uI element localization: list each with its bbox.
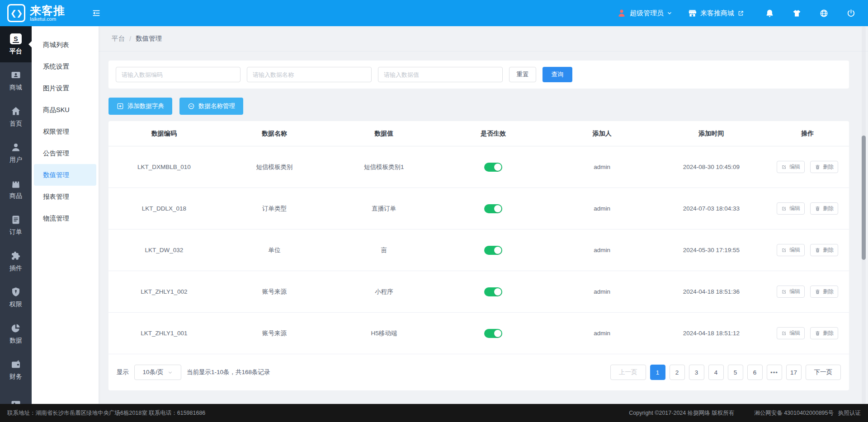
- manage-names-button[interactable]: 数据名称管理: [179, 98, 243, 115]
- page-button-1[interactable]: 1: [650, 365, 665, 380]
- cell-code: LKT_DW_032: [108, 247, 220, 253]
- submenu-item-权限管理[interactable]: 权限管理: [34, 121, 96, 142]
- rail-item-media[interactable]: [0, 388, 32, 404]
- prev-page-button[interactable]: 上一页: [610, 365, 646, 380]
- rail-item-plugins[interactable]: 插件: [0, 243, 32, 279]
- cell-added-at: 2024-08-30 10:45:09: [656, 164, 766, 170]
- breadcrumb-root[interactable]: 平台: [112, 34, 125, 43]
- cell-name: 单位: [220, 246, 329, 254]
- delete-button[interactable]: 删除: [810, 244, 838, 256]
- cell-value: H5移动端: [329, 329, 439, 338]
- media-icon: [10, 399, 21, 404]
- page-size-select[interactable]: 10条/页: [134, 365, 181, 380]
- filter-bar: 重置 查询: [108, 61, 849, 89]
- cell-added-at: 2024-07-03 18:04:33: [656, 205, 766, 212]
- chevron-down-icon: [667, 10, 672, 16]
- rail-item-permissions[interactable]: 权限: [0, 279, 32, 315]
- shirt-icon[interactable]: [787, 9, 807, 18]
- enabled-toggle[interactable]: [484, 204, 502, 213]
- page-button-17[interactable]: 17: [786, 365, 802, 380]
- collapse-menu-icon[interactable]: [91, 8, 101, 18]
- power-icon[interactable]: [841, 9, 861, 18]
- edit-icon: [781, 206, 787, 211]
- rail-item-platform[interactable]: S 平台: [0, 26, 32, 62]
- page-button-4[interactable]: 4: [708, 365, 724, 380]
- cell-name: 账号来源: [220, 288, 329, 296]
- table-row: LKT_ZHLY1_001 账号来源 H5移动端 admin 2024-04-1…: [108, 313, 849, 354]
- plugins-icon: [10, 250, 21, 261]
- enabled-toggle[interactable]: [484, 329, 502, 338]
- notifications-bell-icon[interactable]: [760, 9, 779, 18]
- rail-item-data[interactable]: 数据: [0, 315, 32, 352]
- cell-code: LKT_DXMBLB_010: [108, 164, 220, 170]
- finance-icon: [10, 359, 21, 370]
- footer-beian[interactable]: 湘公网安备 43010402000895号: [754, 409, 834, 417]
- breadcrumb-current: 数值管理: [136, 34, 162, 43]
- footer-license[interactable]: 执照认证: [838, 409, 861, 417]
- value-filter-input[interactable]: [378, 67, 503, 82]
- enabled-toggle[interactable]: [484, 287, 502, 296]
- search-button[interactable]: 查询: [542, 67, 572, 82]
- trash-icon: [815, 247, 821, 253]
- cell-added-by: admin: [547, 330, 656, 337]
- table-body: LKT_DXMBLB_010 短信模板类别 短信模板类别1 admin 2024…: [108, 146, 849, 354]
- submenu-item-商品SKU[interactable]: 商品SKU: [34, 99, 96, 121]
- page-button-5[interactable]: 5: [728, 365, 743, 380]
- edit-button[interactable]: 编辑: [777, 202, 805, 215]
- rail-item-home[interactable]: 首页: [0, 98, 32, 135]
- code-filter-input[interactable]: [116, 67, 241, 82]
- user-menu[interactable]: 超级管理员: [617, 8, 672, 18]
- pagination: 显示 10条/页 当前显示1-10条，共168条记录 上一页 123456•••…: [108, 354, 849, 390]
- plus-square-icon: [117, 103, 124, 110]
- cell-added-by: admin: [547, 288, 656, 295]
- rail-item-orders[interactable]: 订单: [0, 207, 32, 243]
- delete-button[interactable]: 删除: [810, 286, 838, 298]
- page-ellipsis[interactable]: •••: [767, 365, 782, 380]
- reset-button[interactable]: 重置: [509, 67, 536, 82]
- edit-button[interactable]: 编辑: [777, 244, 805, 256]
- submenu-item-系统设置[interactable]: 系统设置: [34, 56, 96, 77]
- minus-circle-icon: [188, 103, 195, 110]
- table-row: LKT_ZHLY1_002 账号来源 小程序 admin 2024-04-18 …: [108, 271, 849, 313]
- submenu-item-物流管理[interactable]: 物流管理: [34, 207, 96, 229]
- orders-icon: [10, 214, 21, 225]
- enabled-toggle[interactable]: [484, 246, 502, 255]
- pagination-summary: 当前显示1-10条，共168条记录: [187, 368, 270, 376]
- delete-button[interactable]: 删除: [810, 327, 838, 339]
- cell-code: LKT_ZHLY1_002: [108, 288, 220, 295]
- scrollbar-thumb[interactable]: [862, 136, 866, 260]
- footer-contact: 联系地址：湖南省长沙市岳麓区绿地中央广场6栋2018室 联系电话：6159816…: [7, 409, 205, 417]
- shop-link[interactable]: 来客推商城: [688, 9, 744, 18]
- page-buttons: 123456•••17: [650, 365, 802, 380]
- content: 平台 / 数值管理 重置 查询 添加数据字典: [99, 26, 868, 404]
- platform-icon: S: [10, 33, 22, 44]
- page-button-2[interactable]: 2: [670, 365, 685, 380]
- page-button-3[interactable]: 3: [689, 365, 704, 380]
- globe-icon[interactable]: [814, 9, 834, 18]
- rail-item-goods[interactable]: 商品: [0, 171, 32, 207]
- rail-item-mall[interactable]: 商城: [0, 62, 32, 98]
- add-dict-button[interactable]: 添加数据字典: [108, 98, 172, 115]
- edit-button[interactable]: 编辑: [777, 161, 805, 173]
- submenu-item-报表管理[interactable]: 报表管理: [34, 186, 96, 207]
- submenu-item-图片设置[interactable]: 图片设置: [34, 77, 96, 99]
- cell-added-at: 2024-05-30 17:19:55: [656, 247, 766, 253]
- enabled-toggle[interactable]: [484, 163, 502, 172]
- rail-item-finance[interactable]: 财务: [0, 352, 32, 388]
- edit-button[interactable]: 编辑: [777, 286, 805, 298]
- delete-button[interactable]: 删除: [810, 202, 838, 215]
- next-page-button[interactable]: 下一页: [806, 365, 841, 380]
- external-link-icon: [737, 10, 744, 17]
- submenu-item-数值管理[interactable]: 数值管理: [34, 164, 96, 186]
- rail-item-users[interactable]: 用户: [0, 135, 32, 171]
- trash-icon: [815, 289, 821, 295]
- submenu-item-商城列表[interactable]: 商城列表: [34, 34, 96, 56]
- name-filter-input[interactable]: [247, 67, 372, 82]
- delete-button[interactable]: 删除: [810, 161, 838, 173]
- brand-name: 来客推: [30, 5, 65, 16]
- cell-name: 账号来源: [220, 329, 329, 338]
- submenu-item-公告管理[interactable]: 公告管理: [34, 142, 96, 164]
- edit-button[interactable]: 编辑: [777, 327, 805, 339]
- page-button-6[interactable]: 6: [747, 365, 763, 380]
- brand[interactable]: ❮❯ 来客推 laiketui.com: [0, 4, 85, 22]
